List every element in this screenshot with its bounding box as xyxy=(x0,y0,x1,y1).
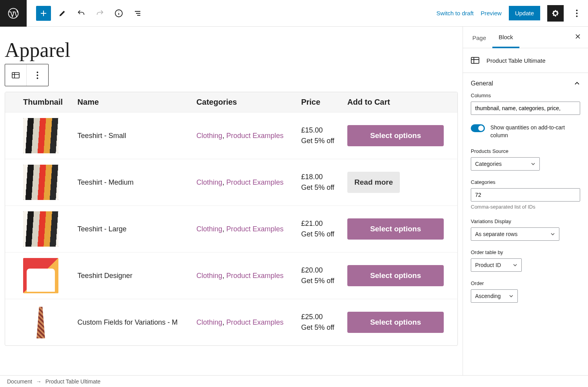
columns-input[interactable] xyxy=(471,102,580,115)
sidebar-tabs: Page Block xyxy=(463,27,588,48)
product-thumbnail[interactable] xyxy=(23,165,58,200)
col-price: Price xyxy=(296,92,343,113)
category-link[interactable]: Product Examples xyxy=(226,132,283,140)
order-label: Order xyxy=(471,280,580,286)
more-options-button[interactable] xyxy=(571,5,583,21)
chevron-down-icon xyxy=(531,162,535,166)
product-name: Teeshirt - Medium xyxy=(73,159,192,206)
svg-point-2 xyxy=(576,9,577,11)
product-price: £15.00Get 5% off xyxy=(296,113,343,159)
columns-label: Columns xyxy=(471,93,580,98)
svg-point-8 xyxy=(37,77,38,79)
select-options-button[interactable]: Select options xyxy=(347,218,444,240)
table-row: Custom Fields for Variations - MClothing… xyxy=(5,299,457,346)
select-options-button[interactable]: Select options xyxy=(347,312,444,333)
settings-button[interactable] xyxy=(547,5,564,22)
crumb-block[interactable]: Product Table Ultimate xyxy=(45,378,101,385)
category-link[interactable]: Clothing xyxy=(196,178,222,186)
product-thumbnail[interactable] xyxy=(23,258,58,293)
product-price: £25.00Get 5% off xyxy=(296,299,343,346)
redo-button[interactable] xyxy=(93,6,107,21)
preview-button[interactable]: Preview xyxy=(481,10,501,16)
editor-topbar: Switch to draft Preview Update xyxy=(0,0,588,27)
category-link[interactable]: Product Examples xyxy=(226,178,283,186)
col-name: Name xyxy=(73,92,192,113)
tab-page[interactable]: Page xyxy=(466,27,492,47)
product-table-block[interactable]: Thumbnail Name Categories Price Add to C… xyxy=(5,92,458,346)
crumb-sep: → xyxy=(36,378,42,385)
table-row: Teeshirt - MediumClothing, Product Examp… xyxy=(5,159,457,206)
undo-button[interactable] xyxy=(74,6,89,21)
toolbar-right: Switch to draft Preview Update xyxy=(436,5,588,22)
chevron-down-icon xyxy=(513,263,517,267)
show-quantities-label: Show quantities on add-to-cart column xyxy=(490,124,580,140)
block-toolbar xyxy=(5,64,49,86)
switch-to-draft-button[interactable]: Switch to draft xyxy=(436,10,474,16)
category-link[interactable]: Clothing xyxy=(196,132,222,140)
block-more-icon[interactable] xyxy=(27,64,48,86)
svg-point-7 xyxy=(37,74,38,76)
wordpress-logo[interactable] xyxy=(0,0,27,27)
category-link[interactable]: Clothing xyxy=(196,272,222,280)
product-thumbnail[interactable] xyxy=(23,118,58,153)
settings-sidebar: Page Block Product Table Ultimate Genera… xyxy=(463,27,588,375)
product-price: £20.00Get 5% off xyxy=(296,253,343,299)
category-link[interactable]: Clothing xyxy=(196,318,222,326)
product-price: £18.00Get 5% off xyxy=(296,159,343,206)
svg-point-4 xyxy=(576,15,577,17)
show-quantities-toggle[interactable] xyxy=(471,124,485,132)
chevron-down-icon xyxy=(509,294,514,298)
read-more-button[interactable]: Read more xyxy=(347,172,400,193)
categories-input[interactable] xyxy=(471,188,580,202)
update-button[interactable]: Update xyxy=(509,6,540,20)
chevron-up-icon xyxy=(574,80,580,87)
category-link[interactable]: Product Examples xyxy=(226,225,283,233)
variations-label: Variations Display xyxy=(471,218,580,224)
col-thumbnail: Thumbnail xyxy=(5,92,73,113)
variations-select[interactable]: As separate rows xyxy=(471,227,559,241)
chevron-down-icon xyxy=(550,232,555,236)
editor-canvas: Apparel Thumbnail Name Categories Price … xyxy=(0,27,463,375)
order-select[interactable]: Ascending xyxy=(471,289,518,303)
category-link[interactable]: Clothing xyxy=(196,225,222,233)
svg-rect-9 xyxy=(471,57,479,63)
product-name: Custom Fields for Variations - M xyxy=(73,299,192,346)
product-name: Teeshirt - Large xyxy=(73,206,192,253)
category-link[interactable]: Product Examples xyxy=(226,272,283,280)
select-options-button[interactable]: Select options xyxy=(347,125,444,146)
source-label: Products Source xyxy=(471,148,580,154)
product-name: Teeshirt - Small xyxy=(73,113,192,159)
select-options-button[interactable]: Select options xyxy=(347,265,444,286)
page-title[interactable]: Apparel xyxy=(5,38,458,62)
info-button[interactable] xyxy=(111,6,126,21)
table-row: Teeshirt DesignerClothing, Product Examp… xyxy=(5,253,457,299)
block-name-label: Product Table Ultimate xyxy=(486,57,546,64)
category-link[interactable]: Product Examples xyxy=(226,318,283,326)
crumb-document[interactable]: Document xyxy=(7,378,32,385)
product-price: £21.00Get 5% off xyxy=(296,206,343,253)
list-view-button[interactable] xyxy=(130,6,145,21)
tab-block[interactable]: Block xyxy=(492,27,519,48)
orderby-select[interactable]: Product ID xyxy=(471,258,522,272)
product-name: Teeshirt Designer xyxy=(73,253,192,299)
table-row: Teeshirt - LargeClothing, Product Exampl… xyxy=(5,206,457,253)
categories-help: Comma-separated list of IDs xyxy=(471,204,580,210)
orderby-label: Order table by xyxy=(471,249,580,255)
product-thumbnail[interactable] xyxy=(23,211,58,247)
table-row: Teeshirt - SmallClothing, Product Exampl… xyxy=(5,113,457,159)
section-general-toggle[interactable]: General xyxy=(463,73,588,93)
svg-rect-5 xyxy=(12,73,19,78)
product-thumbnail[interactable] xyxy=(23,305,58,340)
col-addtocart: Add to Cart xyxy=(343,92,457,113)
svg-point-6 xyxy=(37,71,38,73)
block-type-icon[interactable] xyxy=(5,64,27,86)
table-icon xyxy=(470,55,480,65)
add-block-button[interactable] xyxy=(36,6,51,21)
close-sidebar-icon[interactable] xyxy=(571,29,585,45)
block-identity: Product Table Ultimate xyxy=(463,48,588,73)
breadcrumb: Document → Product Table Ultimate xyxy=(0,375,588,387)
edit-mode-button[interactable] xyxy=(55,6,70,21)
toolbar-left xyxy=(27,6,145,21)
col-categories: Categories xyxy=(192,92,296,113)
source-select[interactable]: Categories xyxy=(471,157,540,171)
